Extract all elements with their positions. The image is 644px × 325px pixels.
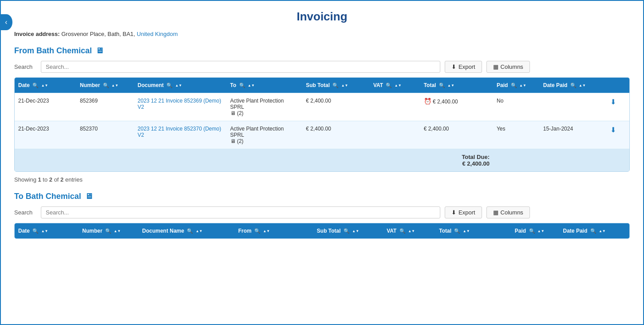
total-empty-2 xyxy=(76,149,134,172)
invoice-address-label: Invoice address: xyxy=(14,31,60,37)
export-down-icon: ⬇ xyxy=(451,63,456,70)
from-col-vat[interactable]: VAT 🔍 ▲▼ xyxy=(370,78,420,93)
from-search-label: Search xyxy=(14,63,36,70)
to-subtotal-search-icon: 🔍 xyxy=(344,228,350,234)
from-columns-label: Columns xyxy=(501,63,523,70)
to-col-paid[interactable]: Paid 🔍 ▲▼ xyxy=(511,223,560,238)
total-due-value: € 2,400.00 xyxy=(424,160,490,167)
to-paid-sort-icon: ▲▼ xyxy=(537,230,545,233)
to-search-input[interactable] xyxy=(41,206,440,218)
row1-document[interactable]: 2023 12 21 Invoice 852369 (Demo) V2 xyxy=(134,93,227,121)
to-total-search-icon: 🔍 xyxy=(454,228,460,234)
to-columns-button[interactable]: ▦ Columns xyxy=(486,206,530,218)
from-search-input[interactable] xyxy=(41,61,440,73)
datepaid-search-icon: 🔍 xyxy=(570,83,577,88)
total-empty-8 xyxy=(540,149,607,172)
from-section: From Bath Chemical 🖥 Search ⬇ Export ▦ C… xyxy=(14,46,630,183)
to-search-icon: 🔍 xyxy=(239,83,245,88)
from-col-date[interactable]: Date 🔍 ▲▼ xyxy=(15,78,76,93)
to-vat-search-icon: 🔍 xyxy=(399,228,406,234)
row2-document-link[interactable]: 2023 12 21 Invoice 852370 (Demo) V2 xyxy=(138,126,221,138)
subtotal-sort-icon: ▲▼ xyxy=(341,84,348,87)
monitor-icon-row2: 🖥 xyxy=(230,138,236,144)
to-col-vat[interactable]: VAT 🔍 ▲▼ xyxy=(383,223,435,238)
invoice-address: Invoice address: Grosvenor Place, Bath, … xyxy=(14,31,630,37)
to-col-date[interactable]: Date 🔍 ▲▼ xyxy=(15,223,79,238)
row2-document[interactable]: 2023 12 21 Invoice 852370 (Demo) V2 xyxy=(134,121,227,149)
to-document-sort-icon: ▲▼ xyxy=(196,230,203,233)
showing-to: 2 xyxy=(49,176,52,183)
monitor-icon-from: 🖥 xyxy=(95,46,103,55)
paid-sort-icon: ▲▼ xyxy=(519,84,526,87)
date-search-icon: 🔍 xyxy=(32,83,39,88)
download-icon-2[interactable]: ⬇ xyxy=(610,126,616,134)
to-export-button[interactable]: ⬇ Export xyxy=(445,206,482,218)
to-col-from[interactable]: From 🔍 ▲▼ xyxy=(235,223,313,238)
paid-search-icon: 🔍 xyxy=(511,83,517,88)
total-empty-7 xyxy=(493,149,540,172)
row1-total: ⏰ € 2,400.00 xyxy=(420,93,493,121)
from-col-datepaid[interactable]: Date Paid 🔍 ▲▼ xyxy=(540,78,607,93)
row1-to: Active Plant Protection SPRL 🖥 (2) xyxy=(227,93,303,121)
row2-to: Active Plant Protection SPRL 🖥 (2) xyxy=(227,121,303,149)
from-col-subtotal[interactable]: Sub Total 🔍 ▲▼ xyxy=(302,78,370,93)
row2-paid: Yes xyxy=(493,121,540,149)
to-table-container: Date 🔍 ▲▼ Number 🔍 ▲▼ Document Name 🔍 ▲▼ xyxy=(14,223,630,239)
from-col-document[interactable]: Document 🔍 ▲▼ xyxy=(134,78,227,93)
total-due-cell: Total Due: € 2,400.00 xyxy=(420,149,493,172)
to-columns-icon: ▦ xyxy=(493,209,498,216)
to-datepaid-search-icon: 🔍 xyxy=(590,228,597,234)
row1-download[interactable]: ⬇ xyxy=(607,93,629,121)
from-export-button[interactable]: ⬇ Export xyxy=(445,61,482,73)
to-col-datepaid[interactable]: Date Paid 🔍 ▲▼ xyxy=(560,223,629,238)
to-col-number[interactable]: Number 🔍 ▲▼ xyxy=(79,223,138,238)
monitor-icon-to: 🖥 xyxy=(85,192,93,201)
to-date-search-icon: 🔍 xyxy=(32,228,39,234)
document-search-icon: 🔍 xyxy=(166,83,173,88)
from-col-total[interactable]: Total 🔍 ▲▼ xyxy=(420,78,493,93)
total-empty-1 xyxy=(15,149,76,172)
row1-to-count: (2) xyxy=(237,110,244,116)
row2-download[interactable]: ⬇ xyxy=(607,121,629,149)
to-col-total[interactable]: Total 🔍 ▲▼ xyxy=(435,223,511,238)
to-subtotal-sort-icon: ▲▼ xyxy=(352,230,359,233)
from-total-row: Total Due: € 2,400.00 xyxy=(15,149,629,172)
to-document-search-icon: 🔍 xyxy=(187,228,193,234)
from-columns-button[interactable]: ▦ Columns xyxy=(486,61,530,73)
row2-date: 21-Dec-2023 xyxy=(15,121,76,149)
monitor-icon-row1: 🖥 xyxy=(230,110,236,116)
row1-number: 852369 xyxy=(76,93,134,121)
row1-document-link[interactable]: 2023 12 21 Invoice 852369 (Demo) V2 xyxy=(138,98,221,110)
total-empty-6 xyxy=(370,149,420,172)
back-button[interactable]: ‹ xyxy=(0,14,12,30)
to-vat-sort-icon: ▲▼ xyxy=(408,230,415,233)
to-col-document[interactable]: Document Name 🔍 ▲▼ xyxy=(138,223,234,238)
row1-subtotal: € 2,400.00 xyxy=(302,93,370,121)
to-date-sort-icon: ▲▼ xyxy=(41,230,48,233)
to-col-subtotal[interactable]: Sub Total 🔍 ▲▼ xyxy=(313,223,383,238)
to-number-sort-icon: ▲▼ xyxy=(114,230,121,233)
invoice-address-link[interactable]: United Kingdom xyxy=(137,31,178,37)
document-sort-icon: ▲▼ xyxy=(175,84,182,87)
from-export-label: Export xyxy=(458,63,475,70)
table-row: 21-Dec-2023 852369 2023 12 21 Invoice 85… xyxy=(15,93,629,121)
from-section-title: From Bath Chemical 🖥 xyxy=(14,46,630,55)
page-wrapper: ‹ Invoicing Invoice address: Grosvenor P… xyxy=(0,0,644,325)
page-title: Invoicing xyxy=(14,10,630,24)
total-due-label: Total Due: xyxy=(424,154,490,160)
total-sort-icon: ▲▼ xyxy=(447,84,454,87)
from-col-to[interactable]: To 🔍 ▲▼ xyxy=(227,78,303,93)
invoice-address-value: Grosvenor Place, Bath, BA1, xyxy=(61,31,135,37)
download-icon[interactable]: ⬇ xyxy=(610,98,616,106)
row2-to-count: (2) xyxy=(237,138,244,144)
from-col-paid[interactable]: Paid 🔍 ▲▼ xyxy=(493,78,540,93)
datepaid-sort-icon: ▲▼ xyxy=(579,84,586,87)
total-search-icon: 🔍 xyxy=(439,83,445,88)
to-total-sort-icon: ▲▼ xyxy=(463,230,470,233)
from-col-number[interactable]: Number 🔍 ▲▼ xyxy=(76,78,134,93)
number-sort-icon: ▲▼ xyxy=(111,84,119,87)
to-number-search-icon: 🔍 xyxy=(105,228,111,234)
columns-icon: ▦ xyxy=(493,63,498,70)
row2-number: 852370 xyxy=(76,121,134,149)
total-empty-3 xyxy=(134,149,227,172)
